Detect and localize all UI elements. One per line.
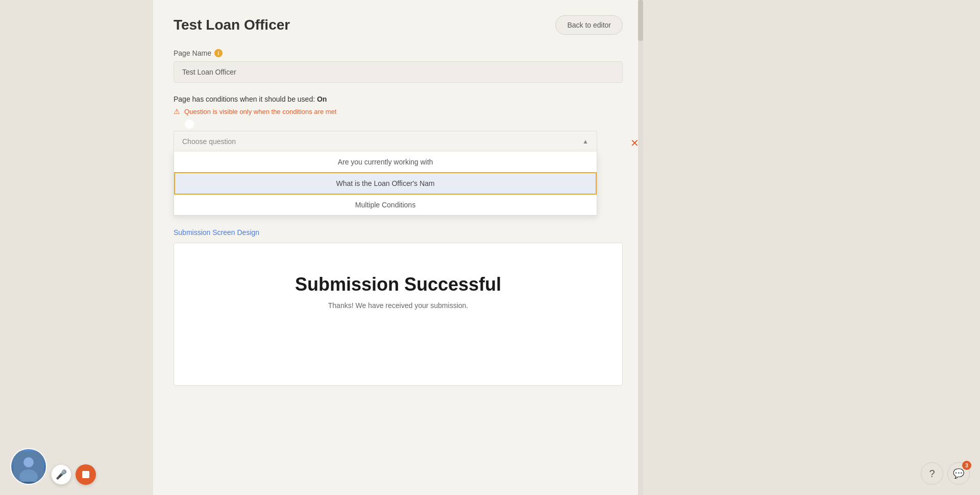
dropdown-option-2[interactable]: Multiple Conditions — [174, 195, 597, 215]
scrollbar-track[interactable] — [638, 0, 643, 495]
page-name-info-icon[interactable]: i — [214, 49, 223, 57]
help-icon: ? — [929, 468, 935, 480]
header-row: Test Loan Officer Back to editor — [174, 15, 623, 35]
chevron-up-icon: ▲ — [582, 138, 589, 145]
stop-icon — [82, 471, 89, 478]
dropdown-header[interactable]: Choose question ▲ — [174, 131, 597, 152]
main-panel: Test Loan Officer Back to editor Page Na… — [153, 0, 643, 495]
avatar — [10, 448, 47, 485]
avatar-svg — [13, 451, 44, 482]
stop-button[interactable] — [76, 464, 96, 485]
conditions-title: Page has conditions when it should be us… — [174, 95, 623, 103]
submission-preview: Submission Successful Thanks! We have re… — [174, 243, 623, 386]
chat-button[interactable]: 💬 3 — [947, 462, 970, 485]
warning-icon: ⚠ — [174, 107, 180, 115]
submission-design-title: Submission Screen Design — [174, 228, 623, 237]
question-dropdown-container: Choose question ▲ Are you currently work… — [174, 131, 597, 152]
avatar-face — [11, 449, 46, 484]
page-name-label: Page Name i — [174, 49, 623, 57]
back-to-editor-button[interactable]: Back to editor — [555, 15, 623, 35]
chat-badge: 3 — [962, 461, 971, 470]
conditions-section: Page has conditions when it should be us… — [174, 95, 623, 152]
scrollable-area[interactable]: Test Loan Officer Back to editor Page Na… — [153, 0, 643, 495]
dropdown-option-1[interactable]: What is the Loan Officer's Nam — [174, 172, 597, 195]
submission-design-section: Submission Screen Design Submission Succ… — [174, 228, 623, 386]
scrollbar-thumb[interactable] — [638, 0, 643, 41]
mic-icon: 🎤 — [56, 469, 67, 480]
chat-icon: 💬 — [953, 468, 964, 479]
bottom-right-controls: ? 💬 3 — [921, 462, 970, 485]
microphone-button[interactable]: 🎤 — [51, 464, 71, 485]
help-button[interactable]: ? — [921, 462, 943, 485]
submission-subtext: Thanks! We have received your submission… — [194, 301, 602, 310]
warning-row: ⚠ Question is visible only when the cond… — [174, 107, 623, 115]
svg-rect-3 — [18, 456, 39, 482]
dropdown-option-0[interactable]: Are you currently working with — [174, 152, 597, 172]
avatar-area: 🎤 — [10, 448, 96, 485]
question-dropdown-wrapper: Choose question ▲ Are you currently work… — [174, 131, 623, 152]
page-name-input[interactable] — [174, 61, 623, 83]
right-background — [643, 0, 980, 495]
left-background — [0, 0, 153, 495]
dropdown-menu: Are you currently working with What is t… — [174, 152, 597, 216]
submission-heading: Submission Successful — [194, 274, 602, 295]
page-title: Test Loan Officer — [174, 17, 290, 33]
warning-text: Question is visible only when the condit… — [184, 108, 336, 115]
